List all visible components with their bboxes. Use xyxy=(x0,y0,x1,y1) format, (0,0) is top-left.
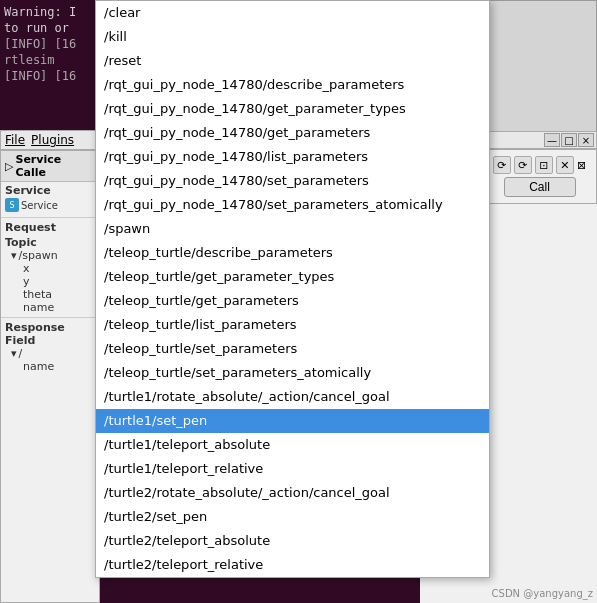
dropdown-item-17[interactable]: /turtle1/set_pen xyxy=(96,409,489,433)
dropdown-item-18[interactable]: /turtle1/teleport_absolute xyxy=(96,433,489,457)
y-text: y xyxy=(23,275,30,288)
dropdown-item-15[interactable]: /teleop_turtle/set_parameters_atomically xyxy=(96,361,489,385)
dropdown-item-23[interactable]: /turtle2/teleport_relative xyxy=(96,553,489,577)
response-root-row: ▾ / xyxy=(5,347,95,360)
field-label: Field xyxy=(5,334,95,347)
refresh-button[interactable]: ⟳ xyxy=(493,156,511,174)
spawn-row: ▾ /spawn xyxy=(5,249,95,262)
close2-button[interactable]: ✕ xyxy=(556,156,574,174)
menubar: File Plugins xyxy=(0,130,100,150)
name-row: name xyxy=(5,301,95,314)
topic-label: Topic xyxy=(5,236,95,249)
dropdown-item-13[interactable]: /teleop_turtle/list_parameters xyxy=(96,313,489,337)
divider-2 xyxy=(1,317,99,318)
dropdown-item-19[interactable]: /turtle1/teleport_relative xyxy=(96,457,489,481)
close-button[interactable]: × xyxy=(578,133,594,147)
dropdown-item-11[interactable]: /teleop_turtle/get_parameter_types xyxy=(96,265,489,289)
call-button[interactable]: Call xyxy=(504,177,576,197)
service-caller-panel: ▷ Service Calle Service S Service Reques… xyxy=(0,150,100,603)
menu-plugins[interactable]: Plugins xyxy=(31,133,74,147)
action-icons: ⟳ ⟳ ⊡ ✕ ⊠ xyxy=(493,156,586,174)
response-name-text: name xyxy=(23,360,54,373)
dropdown-item-22[interactable]: /turtle2/teleport_absolute xyxy=(96,529,489,553)
dropdown-item-9[interactable]: /spawn xyxy=(96,217,489,241)
service-value: Service xyxy=(21,200,58,211)
maximize-button[interactable]: □ xyxy=(561,133,577,147)
request-label: Request xyxy=(1,220,99,235)
x-row: x xyxy=(5,262,95,275)
panel-title-text: Service Calle xyxy=(15,153,95,179)
dropdown-item-14[interactable]: /teleop_turtle/set_parameters xyxy=(96,337,489,361)
response-tree-expand-icon: ▾ xyxy=(11,347,17,360)
panel-title: ▷ Service Calle xyxy=(1,151,99,182)
theta-row: theta xyxy=(5,288,95,301)
dropdown-item-0[interactable]: /clear xyxy=(96,1,489,25)
divider-1 xyxy=(1,217,99,218)
theta-text: theta xyxy=(23,288,52,301)
menu-file[interactable]: File xyxy=(5,133,25,147)
minimize-button[interactable]: — xyxy=(544,133,560,147)
service-label: Service xyxy=(5,184,95,197)
service-type-icon: S xyxy=(5,198,19,212)
dropdown-item-8[interactable]: /rqt_gui_py_node_14780/set_parameters_at… xyxy=(96,193,489,217)
service-dropdown[interactable]: /clear/kill/reset/rqt_gui_py_node_14780/… xyxy=(95,0,490,578)
call-panel: ⟳ ⟳ ⊡ ✕ ⊠ Call xyxy=(482,149,597,204)
dropdown-item-1[interactable]: /kill xyxy=(96,25,489,49)
window-icon: ⊠ xyxy=(577,156,586,174)
y-row: y xyxy=(5,275,95,288)
close-icon: × xyxy=(582,135,590,146)
response-name-row: name xyxy=(5,360,95,373)
dropdown-item-6[interactable]: /rqt_gui_py_node_14780/list_parameters xyxy=(96,145,489,169)
spawn-text: /spawn xyxy=(19,249,58,262)
response-root-text: / xyxy=(19,347,23,360)
service-row: S Service xyxy=(5,197,95,213)
dropdown-item-16[interactable]: /turtle1/rotate_absolute/_action/cancel_… xyxy=(96,385,489,409)
tree-expand-icon: ▾ xyxy=(11,249,17,262)
maximize-icon: □ xyxy=(564,135,573,146)
refresh2-button[interactable]: ⟳ xyxy=(514,156,532,174)
window-controls: — □ × xyxy=(482,131,597,149)
name-text: name xyxy=(23,301,54,314)
minimize-icon: — xyxy=(547,135,557,146)
dropdown-item-20[interactable]: /turtle2/rotate_absolute/_action/cancel_… xyxy=(96,481,489,505)
topic-section: Topic ▾ /spawn x y theta name xyxy=(1,235,99,315)
dropdown-item-12[interactable]: /teleop_turtle/get_parameters xyxy=(96,289,489,313)
dropdown-item-7[interactable]: /rqt_gui_py_node_14780/set_parameters xyxy=(96,169,489,193)
dropdown-item-3[interactable]: /rqt_gui_py_node_14780/describe_paramete… xyxy=(96,73,489,97)
settings-button[interactable]: ⊡ xyxy=(535,156,553,174)
dropdown-item-5[interactable]: /rqt_gui_py_node_14780/get_parameters xyxy=(96,121,489,145)
panel-arrow-icon: ▷ xyxy=(5,160,13,173)
dropdown-item-4[interactable]: /rqt_gui_py_node_14780/get_parameter_typ… xyxy=(96,97,489,121)
watermark: CSDN @yangyang_z xyxy=(492,588,593,599)
service-section: Service S Service xyxy=(1,182,99,215)
response-label: Response xyxy=(5,321,95,334)
dropdown-item-21[interactable]: /turtle2/set_pen xyxy=(96,505,489,529)
dropdown-item-10[interactable]: /teleop_turtle/describe_parameters xyxy=(96,241,489,265)
response-section: Response Field ▾ / name xyxy=(1,320,99,374)
dropdown-item-2[interactable]: /reset xyxy=(96,49,489,73)
x-text: x xyxy=(23,262,30,275)
